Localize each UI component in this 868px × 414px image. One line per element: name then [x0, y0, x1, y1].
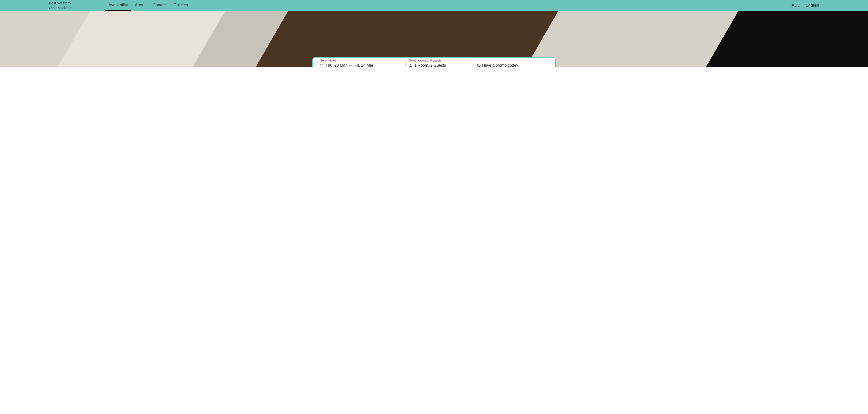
svg-rect-0 — [320, 64, 323, 67]
rooms-field[interactable]: Select rooms and guests 1 Room, 2 Guests — [405, 61, 471, 67]
tab-contact[interactable]: Contact — [149, 0, 170, 11]
svg-point-1 — [410, 64, 411, 65]
header-right: AUD English — [792, 0, 819, 11]
hotel-name: Best Western Olde Maritime Warrnambool — [49, 0, 100, 11]
tab-about[interactable]: About — [131, 0, 149, 11]
promo-link[interactable]: Have a promo code? — [477, 63, 519, 67]
tab-policies[interactable]: Policies — [170, 0, 191, 11]
divider — [803, 3, 803, 7]
svg-point-2 — [478, 64, 478, 65]
tab-availability[interactable]: Availability — [105, 0, 131, 11]
currency-selector[interactable]: AUD — [792, 3, 800, 8]
date-to-text: Fri, 24 Mar — [354, 63, 373, 67]
rooms-text: 1 Room, 2 Guests — [414, 63, 446, 67]
top-header: Best Western Olde Maritime Warrnambool A… — [0, 0, 868, 11]
dates-field[interactable]: Select dates Thu, 23 Mar → Fri, 24 Mar — [316, 61, 402, 67]
rooms-legend: Select rooms and guests — [408, 59, 442, 62]
person-icon — [409, 63, 412, 67]
date-from-text: Thu, 23 Mar — [326, 63, 347, 67]
search-card: Select dates Thu, 23 Mar → Fri, 24 Mar S… — [312, 57, 556, 67]
promo-text: Have a promo code? — [482, 63, 519, 67]
nav-tabs: Availability About Contact Policies — [105, 0, 191, 11]
tag-icon — [477, 63, 480, 67]
language-selector[interactable]: English — [805, 3, 819, 8]
arrow-right-icon: → — [348, 63, 352, 67]
dates-legend: Select dates — [319, 59, 337, 62]
calendar-icon — [320, 63, 323, 67]
